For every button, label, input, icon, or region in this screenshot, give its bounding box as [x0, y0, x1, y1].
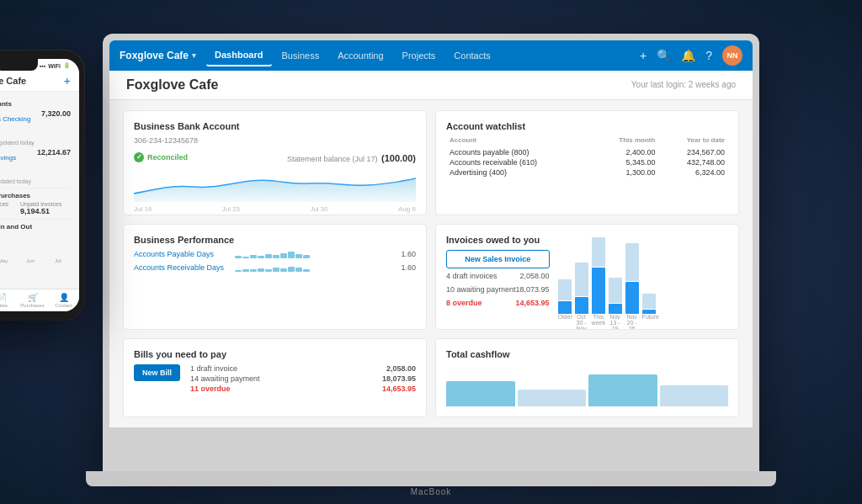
inv-amount-1: 2,058.00 — [520, 272, 550, 280]
watchlist-row-3: Advertising (400) 1,300.00 6,324.00 — [446, 167, 728, 178]
last-login: Your last login: 2 weeks ago — [631, 80, 736, 89]
iphone-content: Bank Accounts Business Checking Account … — [0, 92, 79, 289]
iphone-account-2-name: Business Savings Account — [0, 154, 16, 177]
iphone-chart-label-4: Jul — [55, 258, 61, 263]
bell-icon[interactable]: 🔔 — [681, 49, 695, 62]
inv-bar-group-6 — [642, 294, 656, 314]
xero-app: Foxglove Cafe ▾ Dashboard Business Accou… — [109, 40, 753, 427]
iphone-account-1-info: Business Checking Account 12 to match, u… — [0, 109, 41, 146]
iphone-tab-contact[interactable]: 👤 Contact — [48, 293, 79, 308]
watchlist-col-year: Year to date — [658, 136, 728, 147]
inv-bar-dark — [625, 282, 639, 314]
watchlist-year-1: 234,567.00 — [658, 147, 728, 157]
scene: Foxglove Cafe ▾ Dashboard Business Accou… — [0, 0, 862, 504]
help-icon[interactable]: ? — [705, 49, 712, 62]
inv-label-3: 8 overdue — [446, 299, 482, 307]
cashflow-bar — [588, 374, 657, 406]
iphone-account-2-info: Business Savings Account 0 to match, upd… — [0, 148, 37, 184]
bills-amount-2: 18,073.95 — [382, 374, 416, 383]
nav-accounting[interactable]: Accounting — [329, 45, 391, 66]
add-icon[interactable]: + — [640, 49, 646, 62]
nav-projects[interactable]: Projects — [394, 45, 444, 66]
performance-card: Business Performance Accounts Payable Da… — [123, 224, 427, 330]
watchlist-title: Account watchlist — [446, 121, 728, 131]
statement-amount: (100.00) — [381, 153, 416, 163]
inv-bar-chart — [558, 255, 656, 314]
iphone-account-2-sub: 0 to match, updated today — [0, 178, 37, 184]
iphone-divider-2 — [0, 219, 71, 220]
search-icon[interactable]: 🔍 — [657, 49, 671, 62]
perf-bars-2 — [235, 263, 390, 272]
macbook-base: MacBook — [86, 471, 776, 486]
user-avatar[interactable]: NN — [722, 45, 742, 66]
inv-amount-2: 18,073.95 — [516, 285, 550, 294]
reconciled-badge: ✓ Reconciled — [134, 152, 188, 162]
iphone-app-title: Foxglove Cafe — [0, 76, 26, 86]
brand-name: Foxglove Cafe — [120, 50, 189, 61]
watchlist-month-2: 5,345.00 — [592, 157, 658, 167]
nav-links: Dashboard Business Accounting Projects C… — [206, 45, 640, 66]
bills-label-1: 1 draft invoice — [190, 364, 237, 373]
inv-x-label-3: This week — [592, 314, 605, 330]
inv-bar-light — [558, 279, 572, 300]
page-header: Foxglove Cafe Your last login: 2 weeks a… — [109, 71, 753, 100]
iphone-tab-purchases[interactable]: 🛒 Purchases — [17, 293, 48, 308]
top-nav: Foxglove Cafe ▾ Dashboard Business Accou… — [109, 40, 753, 71]
inv-x-label-4: Nov 13 - 19 — [609, 314, 622, 330]
perf-bar — [280, 253, 287, 258]
invoices-left: New Sales Invoice 4 draft invoices 2,058… — [446, 250, 550, 330]
bank-card-title: Business Bank Account — [134, 121, 416, 131]
iphone-account-1-sub: 12 to match, updated today — [0, 140, 41, 146]
chart-label-4: Aug 6 — [398, 205, 416, 213]
inv-bar-dark — [592, 268, 605, 314]
perf-bar — [303, 255, 310, 258]
nav-business[interactable]: Business — [274, 45, 328, 66]
inv-x-label-6: Future — [642, 314, 656, 330]
iphone-notch — [0, 59, 38, 71]
inv-x-label-1: Older — [558, 314, 572, 330]
inv-bar-group-4 — [609, 278, 622, 314]
perf-value-1: 1.60 — [395, 250, 416, 258]
perf-bar — [295, 268, 302, 272]
macbook-screen: Foxglove Cafe ▾ Dashboard Business Accou… — [109, 40, 753, 427]
perf-bar — [303, 269, 310, 272]
nav-right: + 🔍 🔔 ? NN — [640, 45, 742, 66]
iphone-add-button[interactable]: + — [64, 74, 71, 88]
iphone-bank-title: Bank Accounts — [0, 100, 71, 108]
perf-bar — [258, 256, 264, 258]
iphone-tab-sales[interactable]: 📄 Sales — [0, 293, 17, 308]
perf-bar — [242, 257, 249, 258]
bills-row-3: 11 overdue 14,653.95 — [190, 385, 416, 393]
inv-bar-dark — [558, 301, 572, 314]
watchlist-col-month: This month — [592, 136, 658, 147]
perf-bar — [280, 268, 287, 272]
nav-dashboard[interactable]: Dashboard — [206, 45, 271, 66]
new-bill-button[interactable]: New Bill — [134, 364, 180, 381]
inv-chart-container: Older Oct 30 - Nov 5 This week Nov 13 - … — [558, 250, 656, 330]
iphone-metric-2: Unpaid invoices 9,194.51 — [20, 201, 71, 215]
new-invoice-button[interactable]: New Sales Invoice — [446, 250, 550, 268]
perf-bar — [235, 270, 242, 272]
inv-label-2: 10 awaiting payment — [446, 285, 516, 294]
invoices-title: Invoices owed to you — [446, 235, 728, 245]
brand-chevron: ▾ — [192, 51, 196, 60]
cashflow-card: Total cashflow — [435, 338, 739, 417]
cashflow-bar — [446, 381, 515, 406]
perf-value-2: 1.60 — [395, 263, 416, 272]
battery-icon: 🔋 — [63, 62, 71, 69]
iphone-account-2-amount: 12,214.67 — [37, 148, 71, 157]
bills-title: Bills you need to pay — [134, 349, 416, 359]
invoices-content: New Sales Invoice 4 draft invoices 2,058… — [446, 250, 728, 330]
cashflow-title: Total cashflow — [446, 349, 728, 359]
cashflow-bar — [660, 385, 729, 406]
nav-contacts[interactable]: Contacts — [445, 45, 498, 66]
bank-account-card: Business Bank Account 306-234-12345678 ✓… — [123, 110, 427, 216]
perf-bar — [288, 267, 295, 272]
watchlist-year-2: 432,748.00 — [658, 157, 728, 167]
iphone-metric-2-label: Unpaid invoices — [20, 201, 71, 207]
statement-info: Statement balance (Jul 17) (100.00) — [287, 150, 416, 165]
perf-bar — [265, 254, 272, 258]
iphone-device: 9:41 ▪▪▪ WiFi 🔋 Foxglove Cafe + Bank Acc… — [0, 50, 84, 320]
bills-label-3: 11 overdue — [190, 385, 231, 393]
nav-brand[interactable]: Foxglove Cafe ▾ — [120, 50, 196, 61]
